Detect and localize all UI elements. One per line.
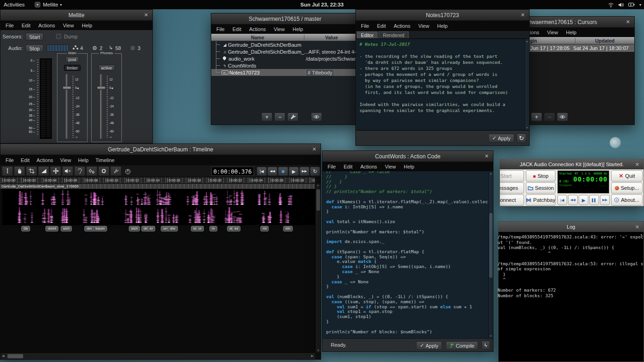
remove-button[interactable]: − [544,112,555,121]
audition-tool[interactable] [74,166,85,176]
menu-file[interactable]: File [328,164,336,169]
solo-tool[interactable]: O [98,166,109,176]
close-icon[interactable]: ✕ [144,12,148,18]
word-region-sich[interactable]: sich [129,226,140,231]
remove-button[interactable]: − [274,112,285,121]
track-region-label[interactable]: Gertrude_DaDrehtSichDerBaum_slow_170605 [0,184,315,189]
mute-tool[interactable] [62,166,73,176]
about-button[interactable]: iAbout... [611,194,643,206]
scrollbar-thumb[interactable] [489,213,492,278]
close-icon[interactable]: ✕ [626,19,630,25]
menu-view[interactable]: View [385,164,396,169]
menu-help[interactable]: Help [404,164,414,169]
word-region-da[interactable]: da [21,226,30,231]
word-region-baum[interactable]: baum [93,226,107,231]
code-text[interactable]: // case _ => false // } // } // } // pri… [326,171,490,334]
knob-control[interactable] [122,166,133,176]
object-row[interactable]: ◢Gertrude_DaDrehtSichDerBaum [211,41,359,48]
close-icon[interactable]: ✕ [485,153,489,159]
close-icon[interactable]: ✕ [521,12,525,18]
menu-actions[interactable]: Actions [249,26,266,32]
titlebar[interactable]: Notes170723 ✕ [356,10,529,21]
close-icon[interactable]: ✕ [635,224,639,230]
word-region-ein[interactable]: ein [283,226,293,231]
column-header-name[interactable]: Name [211,35,304,40]
menu-help[interactable]: Help [292,26,303,32]
transport-forward-button[interactable]: ▶▶ [600,195,610,205]
scrollbar-thumb[interactable] [7,354,23,358]
scroll-up-icon[interactable]: ▲ [640,233,643,236]
menu-file[interactable]: File [361,23,369,29]
post-button[interactable]: post [65,56,79,62]
object-row[interactable]: M↓Notes170723# Titlebody [211,69,359,76]
scroll-down-icon[interactable]: ▼ [317,349,320,352]
tab-editor[interactable]: Editor [357,31,378,38]
audio-stop-button[interactable]: Stop [25,44,44,52]
scroll-up-icon[interactable]: ▲ [317,184,320,187]
rewind-button[interactable]: ◀◀ [267,167,278,176]
titlebar[interactable]: CountWords : Action Code ✕ [322,151,493,162]
menu-actions[interactable]: Actions [38,23,55,28]
menu-view[interactable]: View [274,26,285,32]
scroll-down-icon[interactable]: ▼ [526,126,529,129]
code-scrollbar[interactable]: ▲ ▼ [488,171,493,338]
apply-button[interactable]: ✓Apply [488,134,514,143]
word-region-dre[interactable]: dre [168,226,178,231]
titlebar[interactable]: Gertrude_DaDrehtSichDerBaum : Timeline ✕ [0,144,321,155]
menu-view[interactable]: View [418,23,429,29]
code-editor[interactable]: // case _ => false // } // } // } // pri… [322,171,493,338]
word-region-dreht[interactable]: dreht [45,226,58,231]
menu-view[interactable]: View [60,157,71,163]
menu-file[interactable]: File [6,157,14,163]
object-row[interactable]: audio_work/data/projects/Schwaer... [211,55,359,62]
start-button[interactable]: Start [499,170,524,181]
messages-button[interactable]: Messages [499,182,524,193]
add-button[interactable]: + [261,112,272,121]
active-button[interactable]: active [98,65,115,71]
word-region-er[interactable]: er [147,226,155,231]
menu-help[interactable]: Help [566,30,576,35]
wifi-icon[interactable] [608,2,614,7]
titlebar[interactable]: Mellite ✕ [0,10,152,21]
menu-actions[interactable]: Actions [37,157,53,163]
scroll-down-icon[interactable]: ▼ [490,335,492,337]
gain-tool[interactable] [86,166,97,176]
scroll-up-icon[interactable]: ▲ [490,172,492,175]
play-button[interactable]: ▶ [289,167,299,176]
menu-file[interactable]: File [216,26,225,32]
dump-checkbox[interactable] [56,34,61,39]
menu-timeline[interactable]: Timeline [95,157,114,163]
word-region-sich[interactable]: sich [61,226,72,231]
titlebar[interactable]: Schwaermen170615 / master [211,13,359,25]
limiter-button[interactable]: limiter [64,65,81,71]
session-button[interactable]: Session [526,182,556,193]
titlebar[interactable]: JACK Audio Connection Kit [(default)] St… [500,159,644,169]
stop-button[interactable]: ■ [278,167,288,176]
menu-actions[interactable]: Actions [394,23,410,29]
column-header-updated[interactable]: Updated [575,38,634,44]
compile-button[interactable]: Compile [446,341,478,350]
patch-tool[interactable] [50,166,61,176]
loop-button[interactable]: ↻ [310,167,320,176]
menu-help[interactable]: Help [437,23,448,29]
column-header-value[interactable]: Value [304,35,359,40]
word-region-m[interactable]: m [209,226,217,231]
menu-edit[interactable]: Edit [22,23,31,28]
stop-button[interactable]: ■Stop [526,170,556,181]
scroll-left-icon[interactable]: ◀ [2,354,4,358]
notes-scrollbar[interactable]: ▲ ▼ [524,39,529,130]
object-row[interactable]: ♫Gertrude_DaDrehtSichDerBaum_...AIFF, st… [211,48,359,55]
menu-edit[interactable]: Edit [377,23,386,29]
transport-start-button[interactable]: |◀ [557,195,567,205]
menu-edit[interactable]: Edit [344,164,353,169]
sonogram[interactable] [2,189,315,225]
menu-file[interactable]: File [6,23,14,28]
setup-button[interactable]: Setup... [611,182,643,193]
bolt-button[interactable]: ϟ [481,341,490,350]
time-display[interactable]: 0:00:00.376 [211,167,254,176]
patchbay-button[interactable]: ⋈Patchbay [526,194,556,206]
cursor-tool[interactable]: I [2,166,13,176]
close-icon[interactable]: ✕ [635,162,639,168]
scrollbar-thumb[interactable] [316,189,320,211]
scroll-up-icon[interactable]: ▲ [526,40,529,43]
